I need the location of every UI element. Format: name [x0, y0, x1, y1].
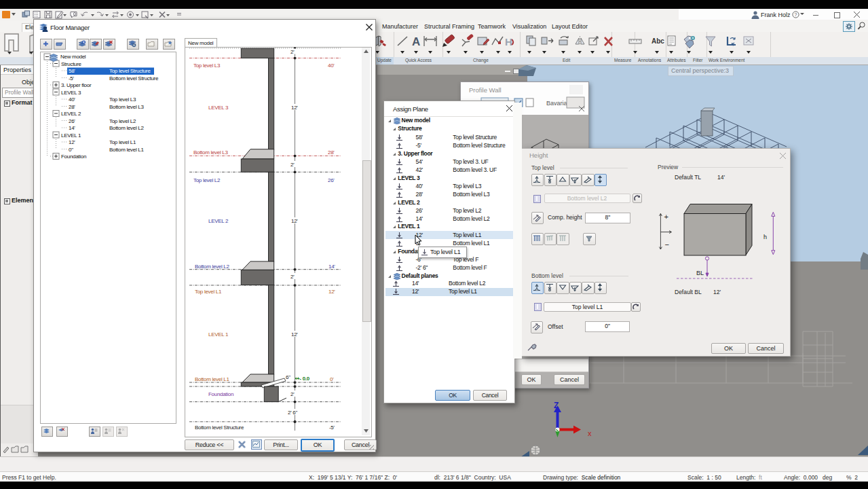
svg-text:Abc: Abc	[652, 37, 664, 45]
svg-text:2': 2'	[290, 162, 295, 168]
svg-text:x: x	[588, 429, 592, 437]
svg-text:2' 6": 2' 6"	[288, 410, 297, 416]
svg-text:A: A	[412, 35, 420, 48]
svg-text:LEVEL 1: LEVEL 1	[208, 331, 229, 338]
svg-text:Top level L1: Top level L1	[195, 289, 222, 295]
svg-text:Bottom level L2: Bottom level L2	[195, 264, 229, 270]
svg-text:14': 14'	[328, 264, 335, 270]
svg-text:6": 6"	[286, 374, 290, 380]
svg-text:BL: BL	[696, 270, 704, 276]
svg-text:−: −	[665, 240, 669, 249]
svg-text:Bottom level L3: Bottom level L3	[193, 149, 228, 156]
svg-text:28': 28'	[328, 149, 335, 156]
svg-text:LEVEL 2: LEVEL 2	[208, 218, 229, 224]
svg-text:Top level L3: Top level L3	[193, 62, 221, 69]
svg-text:0': 0'	[330, 376, 334, 382]
svg-text:LEVEL 3: LEVEL 3	[208, 105, 229, 111]
svg-text:Foundation: Foundation	[208, 391, 233, 397]
svg-text:Top level L2: Top level L2	[193, 177, 221, 183]
svg-text:12': 12'	[291, 218, 298, 224]
svg-text:2': 2'	[290, 274, 295, 280]
svg-text:h: h	[763, 234, 767, 240]
svg-text:12': 12'	[291, 331, 298, 338]
svg-text:Bottom level Structure: Bottom level Structure	[195, 424, 244, 431]
svg-text:12': 12'	[291, 105, 298, 111]
svg-text:+: +	[664, 213, 668, 221]
svg-text:40': 40'	[328, 62, 335, 69]
svg-text:H: H	[505, 36, 512, 48]
svg-text:2': 2'	[290, 391, 295, 397]
svg-text:2': 2'	[290, 49, 295, 55]
svg-text:26': 26'	[328, 177, 335, 183]
svg-text:12': 12'	[328, 289, 335, 295]
svg-text:Bottom level L1: Bottom level L1	[195, 376, 229, 382]
svg-text:-5': -5'	[329, 424, 335, 431]
svg-text:Bavaria: Bavaria	[546, 100, 567, 107]
svg-text:?: ?	[795, 12, 797, 17]
